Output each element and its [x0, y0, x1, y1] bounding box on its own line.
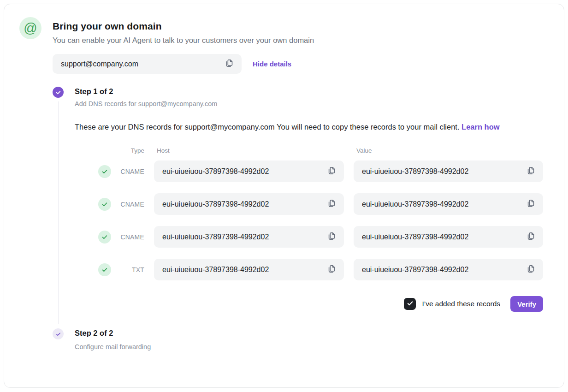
dns-record-row: CNAME eui-uiueiuou-37897398-4992d02 eui-… — [75, 160, 543, 182]
copy-icon — [225, 59, 234, 69]
page-subtitle: You can enable your AI Agent to talk to … — [53, 36, 545, 45]
verified-check-icon — [98, 263, 111, 276]
card-header: @ Bring your own domain You can enable y… — [4, 4, 564, 45]
dns-table-header: Type Host Value — [75, 147, 543, 154]
at-glyph: @ — [24, 21, 37, 36]
learn-how-link[interactable]: Learn how — [462, 123, 500, 131]
record-type-label: TXT — [132, 266, 144, 273]
support-email-value: support@company.com — [61, 60, 138, 68]
verify-button[interactable]: Verify — [510, 296, 543, 312]
copy-value-button[interactable] — [525, 231, 537, 243]
value-field: eui-uiueiuou-37897398-4992d02 — [354, 160, 543, 182]
copy-icon — [327, 199, 336, 209]
dns-record-row: CNAME eui-uiueiuou-37897398-4992d02 eui-… — [75, 193, 543, 215]
copy-host-button[interactable] — [325, 264, 337, 276]
added-records-checkbox[interactable] — [404, 298, 416, 310]
step-2-content: Step 2 of 2 Configure mail forwarding — [75, 328, 543, 351]
step-1-subtitle: Add DNS records for support@mycompany.co… — [75, 99, 543, 108]
dns-records-table: Type Host Value CNAME eui-uiueiuou-3789 — [75, 147, 543, 280]
value-value: eui-uiueiuou-37897398-4992d02 — [362, 167, 468, 176]
record-type-label: CNAME — [120, 233, 144, 241]
host-value: eui-uiueiuou-37897398-4992d02 — [162, 266, 269, 274]
column-header-value: Value — [354, 147, 543, 154]
host-field: eui-uiueiuou-37897398-4992d02 — [154, 226, 344, 248]
value-field: eui-uiueiuou-37897398-4992d02 — [354, 226, 543, 248]
verified-check-icon — [98, 231, 111, 244]
copy-host-button[interactable] — [325, 166, 337, 178]
value-field: eui-uiueiuou-37897398-4992d02 — [354, 193, 543, 215]
copy-icon — [526, 264, 535, 275]
copy-icon — [327, 232, 336, 242]
copy-value-button[interactable] — [525, 264, 537, 276]
step-1-title: Step 1 of 2 — [75, 87, 543, 96]
support-email-field[interactable]: support@company.com — [53, 54, 242, 74]
value-field: eui-uiueiuou-37897398-4992d02 — [354, 259, 543, 280]
host-field: eui-uiueiuou-37897398-4992d02 — [154, 259, 344, 280]
bring-your-own-domain-card: @ Bring your own domain You can enable y… — [4, 4, 564, 388]
host-field: eui-uiueiuou-37897398-4992d02 — [154, 193, 344, 215]
steps-section: Step 1 of 2 Add DNS records for support@… — [53, 87, 564, 351]
copy-icon — [327, 264, 336, 275]
copy-host-button[interactable] — [325, 198, 337, 210]
host-value: eui-uiueiuou-37897398-4992d02 — [162, 167, 269, 176]
copy-email-button[interactable] — [223, 58, 235, 70]
dns-record-row: TXT eui-uiueiuou-37897398-4992d02 eui-ui… — [75, 259, 543, 280]
copy-icon — [526, 166, 535, 177]
copy-icon — [526, 199, 535, 209]
page-title: Bring your own domain — [53, 21, 545, 32]
hide-details-link[interactable]: Hide details — [253, 60, 291, 68]
record-type-label: CNAME — [120, 168, 144, 175]
step-1: Step 1 of 2 Add DNS records for support@… — [53, 87, 564, 312]
checkbox-check-icon — [407, 300, 414, 308]
dns-description: These are your DNS records for support@m… — [75, 120, 510, 133]
host-value: eui-uiueiuou-37897398-4992d02 — [162, 233, 269, 241]
copy-icon — [526, 232, 535, 242]
step-2-check-icon — [53, 328, 64, 339]
step-1-check-icon — [53, 87, 64, 98]
record-type-label: CNAME — [120, 201, 144, 208]
step-1-content: Step 1 of 2 Add DNS records for support@… — [75, 87, 543, 312]
dns-description-text: These are your DNS records for support@m… — [75, 123, 459, 131]
value-value: eui-uiueiuou-37897398-4992d02 — [362, 233, 468, 241]
column-header-type: Type — [75, 147, 144, 154]
step-2-subtitle: Configure mail forwarding — [75, 342, 543, 351]
host-value: eui-uiueiuou-37897398-4992d02 — [162, 200, 269, 208]
value-value: eui-uiueiuou-37897398-4992d02 — [362, 200, 468, 208]
copy-value-button[interactable] — [525, 166, 537, 178]
host-field: eui-uiueiuou-37897398-4992d02 — [154, 160, 344, 182]
step-2-title: Step 2 of 2 — [75, 328, 543, 338]
dns-record-row: CNAME eui-uiueiuou-37897398-4992d02 eui-… — [75, 226, 543, 248]
value-value: eui-uiueiuou-37897398-4992d02 — [362, 266, 468, 274]
copy-value-button[interactable] — [525, 198, 537, 210]
added-records-label: I’ve added these records — [422, 300, 500, 308]
confirm-row: I’ve added these records Verify — [75, 296, 543, 312]
verified-check-icon — [98, 165, 111, 178]
column-header-host: Host — [154, 147, 344, 154]
verified-check-icon — [98, 198, 111, 211]
header-text: Bring your own domain You can enable you… — [53, 17, 545, 45]
copy-icon — [327, 166, 336, 177]
copy-host-button[interactable] — [325, 231, 337, 243]
at-sign-icon: @ — [19, 17, 41, 39]
email-row: support@company.com Hide details — [53, 54, 564, 74]
step-2: Step 2 of 2 Configure mail forwarding — [53, 328, 564, 351]
